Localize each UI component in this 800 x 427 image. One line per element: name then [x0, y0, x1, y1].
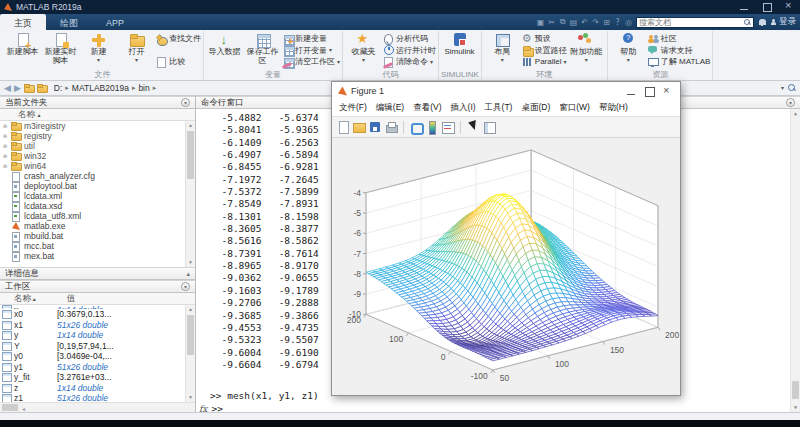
switch-window-icon[interactable]: ⊞ [602, 18, 611, 27]
figure-menu-帮助[interactable]: 帮助(H) [599, 102, 628, 114]
link-icon[interactable] [410, 121, 422, 133]
figure-maximize-button[interactable] [642, 86, 656, 97]
figure-menu-窗口[interactable]: 窗口(W) [559, 102, 590, 114]
workspace-row[interactable]: y_fit[3.2761e+03... [0, 372, 195, 383]
cut-icon[interactable]: ✂ [547, 18, 556, 27]
ribbon-button-new-variable[interactable]: 新建变量 [282, 33, 340, 44]
file-row[interactable]: ⊞util [0, 141, 195, 151]
help-icon[interactable]: ? [613, 18, 622, 27]
ribbon-button-parallel[interactable]: Parallel ▾ [522, 56, 567, 67]
save-icon[interactable]: ▣ [536, 18, 545, 27]
maximize-button[interactable] [758, 2, 774, 12]
files-scrollbar[interactable]: ▲▼ [185, 121, 195, 267]
cursor-icon[interactable] [467, 121, 479, 133]
undo-icon[interactable]: ↶ [580, 18, 589, 27]
figure-menu-桌面[interactable]: 桌面(D) [521, 102, 550, 114]
legend-icon[interactable] [442, 121, 454, 133]
notification-bell-icon[interactable] [759, 19, 766, 25]
breadcrumb-segment[interactable]: MATLAB2019a [72, 83, 129, 93]
workspace-scrollbar[interactable]: ▲▼ [185, 305, 195, 402]
doc-search-box[interactable] [636, 17, 754, 28]
back-button[interactable]: ◀ [4, 84, 11, 93]
figure-menu-编辑[interactable]: 编辑(E) [376, 102, 404, 114]
figure-canvas[interactable]: 50100150200-1000100200-10-9-8-7-6-5-4 [332, 138, 680, 395]
ribbon-button-add-ons[interactable]: 附加功能▾ [568, 31, 605, 69]
file-row[interactable]: ⊞registry [0, 131, 195, 141]
file-row[interactable]: mex.bat [0, 251, 195, 261]
workspace-row[interactable]: z151x26 double [0, 393, 195, 402]
ribbon-button-find-files[interactable]: 查找文件 [156, 33, 201, 44]
new-icon[interactable] [337, 121, 349, 133]
print-icon[interactable] [385, 121, 397, 133]
inspector-icon[interactable] [483, 121, 495, 133]
breadcrumb-segment[interactable]: D: [54, 83, 63, 93]
figure-minimize-button[interactable] [624, 86, 638, 97]
close-button[interactable] [780, 2, 796, 12]
collapse-icon[interactable]: ▴ [186, 270, 190, 278]
file-row[interactable]: ⊞win64 [0, 161, 195, 171]
command-scrollbar[interactable]: ▲▼ [790, 109, 800, 412]
options-icon[interactable]: ◎ [624, 18, 633, 27]
panel-menu-icon[interactable]: ▾ [181, 282, 190, 291]
colorbar-icon[interactable] [426, 121, 438, 133]
ribbon-tab-APP[interactable]: APP [92, 14, 138, 30]
file-row[interactable]: lcdata.xml [0, 191, 195, 201]
ribbon-button-run-and-time[interactable]: 运行并计时 [383, 45, 436, 56]
ribbon-button-compare[interactable]: 比较 [156, 56, 201, 67]
ribbon-button-new-script[interactable]: 新建脚本 [4, 31, 41, 69]
breadcrumb-segment[interactable]: bin [138, 83, 149, 93]
figure-titlebar[interactable]: Figure 1 [332, 82, 680, 100]
file-row[interactable]: lcdata.xsd [0, 201, 195, 211]
ribbon-button-save-workspace[interactable]: 保存工作区 [244, 31, 281, 69]
workspace-row[interactable]: y1x14 double [0, 330, 195, 341]
redo-icon[interactable]: ↷ [591, 18, 600, 27]
figure-menu-查看[interactable]: 查看(V) [413, 102, 441, 114]
file-row[interactable]: matlab.exe [0, 221, 195, 231]
ribbon-button-community[interactable]: 社区 [648, 33, 711, 44]
ribbon-button-new[interactable]: 新建▾ [80, 31, 117, 69]
copy-icon[interactable]: ⧉ [558, 17, 567, 27]
sign-in-button[interactable]: 登录 [771, 16, 796, 28]
file-row[interactable]: mbuild.bat [0, 231, 195, 241]
workspace-row[interactable]: x0[0.3679,0.13... [0, 309, 195, 320]
workspace-row[interactable]: Y[0,19,57,94,1... [0, 341, 195, 352]
file-row[interactable]: ⊞m3iregistry [0, 121, 195, 131]
workspace-column-headers[interactable]: 名称 ▴ 值 [0, 293, 195, 305]
figure-menu-插入[interactable]: 插入(I) [451, 102, 476, 114]
ribbon-button-import-data[interactable]: 导入数据 [206, 31, 243, 69]
workspace-hscrollbar[interactable]: ◂ [0, 402, 195, 412]
ribbon-button-favorites[interactable]: 收藏夹▾ [345, 31, 382, 69]
address-dropdown-icon[interactable]: ▾ [781, 85, 784, 91]
ribbon-button-layout[interactable]: 布局▾ [484, 31, 521, 69]
ribbon-button-new-live-script[interactable]: 新建实时脚本 [42, 31, 79, 69]
open-icon[interactable] [353, 121, 365, 133]
panel-menu-icon[interactable]: ▾ [181, 98, 190, 107]
file-row[interactable]: lcdata_utf8.xml [0, 211, 195, 221]
ribbon-tab-主页[interactable]: 主页 [0, 14, 46, 30]
mesh-plot[interactable]: 50100150200-1000100200-10-9-8-7-6-5-4 [332, 138, 680, 396]
save-icon[interactable] [369, 121, 381, 133]
workspace-row[interactable]: x151x26 double [0, 320, 195, 331]
ribbon-button-set-path[interactable]: 设置路径 [522, 45, 567, 56]
command-prompt[interactable]: fx >> [199, 403, 223, 412]
minimize-button[interactable] [736, 2, 752, 12]
workspace-row[interactable]: y0[3.0469e-04,... [0, 351, 195, 362]
paste-icon[interactable]: ▤ [569, 18, 578, 27]
ribbon-button-open-variable[interactable]: 打开变量 ▾ [282, 45, 340, 56]
search-icon[interactable] [744, 19, 751, 26]
files-column-header[interactable]: 名称 ▴ [0, 109, 195, 121]
panel-menu-icon[interactable]: ▾ [786, 98, 795, 107]
ribbon-button-analyze-code[interactable]: 分析代码 [383, 33, 436, 44]
ribbon-button-help[interactable]: 帮助▾ [610, 31, 647, 69]
up-folder-icon[interactable] [24, 84, 34, 92]
ribbon-button-request-support[interactable]: 请求支持 [648, 45, 711, 56]
folder-search-icon[interactable] [788, 84, 796, 92]
figure-close-button[interactable] [660, 86, 674, 97]
ribbon-tab-绘图[interactable]: 绘图 [46, 14, 92, 30]
ribbon-button-clear-commands[interactable]: 清除命令 ▾ [383, 56, 436, 67]
forward-button[interactable]: ▶ [14, 84, 21, 93]
workspace-row[interactable]: y151x26 double [0, 362, 195, 373]
file-row[interactable]: crash_analyzer.cfg [0, 171, 195, 181]
ribbon-button-preferences[interactable]: 预设 [522, 33, 567, 44]
file-row[interactable]: deploytool.bat [0, 181, 195, 191]
